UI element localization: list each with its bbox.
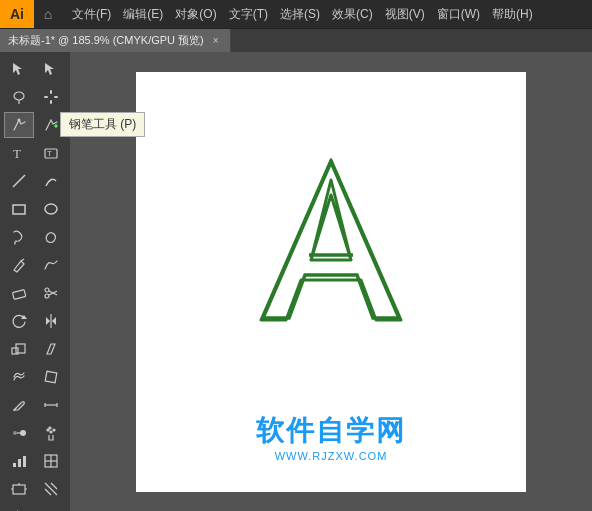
main-area: T T <box>0 52 592 511</box>
svg-text:T: T <box>13 146 21 161</box>
menu-help[interactable]: 帮助(H) <box>486 0 539 28</box>
other-graph-button[interactable] <box>36 448 66 474</box>
arc-tool-button[interactable] <box>36 168 66 194</box>
tool-row-type: T T <box>0 140 70 166</box>
toolbar: T T <box>0 52 70 511</box>
symbol-spray-button[interactable] <box>36 420 66 446</box>
shear-tool-button[interactable] <box>36 336 66 362</box>
tool-row-artboard <box>0 476 70 502</box>
scale-tool-button[interactable] <box>4 336 34 362</box>
ellipse-tool-button[interactable] <box>36 196 66 222</box>
letter-a-artwork <box>231 140 431 364</box>
svg-rect-5 <box>54 96 58 98</box>
zoom-tool-button[interactable] <box>36 504 66 511</box>
svg-line-47 <box>45 483 57 495</box>
svg-point-35 <box>53 429 55 431</box>
direct-select-tool-button[interactable] <box>36 56 66 82</box>
home-icon[interactable]: ⌂ <box>34 0 62 28</box>
smooth-tool-button[interactable] <box>36 252 66 278</box>
brush-tool-button[interactable] <box>4 224 34 250</box>
ai-logo: Ai <box>0 0 34 28</box>
tool-row-eraser <box>0 280 70 306</box>
menu-select[interactable]: 选择(S) <box>274 0 326 28</box>
add-anchor-tool-button[interactable] <box>36 112 66 138</box>
artboard-tool-button[interactable] <box>4 476 34 502</box>
svg-point-31 <box>20 430 26 436</box>
tool-row-warp <box>0 364 70 390</box>
svg-line-15 <box>21 259 24 261</box>
tool-row-blend <box>0 420 70 446</box>
svg-point-0 <box>14 92 24 100</box>
svg-point-36 <box>49 427 51 429</box>
watermark-sub-text: WWW.RJZXW.COM <box>256 450 406 462</box>
svg-line-12 <box>13 175 25 187</box>
svg-rect-16 <box>12 290 25 300</box>
tool-row-pen <box>0 112 70 138</box>
svg-point-6 <box>18 119 21 122</box>
svg-rect-4 <box>44 96 48 98</box>
svg-point-34 <box>50 431 52 433</box>
column-graph-tool-button[interactable] <box>4 448 34 474</box>
svg-point-30 <box>13 431 17 435</box>
menu-object[interactable]: 对象(O) <box>169 0 222 28</box>
document-tab[interactable]: 未标题-1* @ 185.9% (CMYK/GPU 预览) × <box>0 29 231 53</box>
eraser-tool-button[interactable] <box>4 280 34 306</box>
svg-rect-3 <box>50 100 52 104</box>
watermark: 软件自学网 WWW.RJZXW.COM <box>256 412 406 462</box>
svg-point-14 <box>45 204 57 214</box>
pen-tool-button[interactable] <box>4 112 34 138</box>
tool-row-brush <box>0 224 70 250</box>
hand-tool-button[interactable] <box>4 504 34 511</box>
type-tool-button[interactable]: T <box>4 140 34 166</box>
warp-tool-button[interactable] <box>4 364 34 390</box>
selection-tool-button[interactable] <box>4 56 34 82</box>
blend-tool-button[interactable] <box>4 420 34 446</box>
svg-line-48 <box>45 489 51 495</box>
tool-row-pencil <box>0 252 70 278</box>
area-type-tool-button[interactable]: T <box>36 140 66 166</box>
watermark-main-text: 软件自学网 <box>256 412 406 450</box>
eyedropper-tool-button[interactable] <box>4 392 34 418</box>
tool-row-graph <box>0 448 70 474</box>
menu-window[interactable]: 窗口(W) <box>431 0 486 28</box>
rect-tool-button[interactable] <box>4 196 34 222</box>
magic-wand-tool-button[interactable] <box>36 84 66 110</box>
svg-rect-37 <box>13 463 16 467</box>
menu-bar: 文件(F) 编辑(E) 对象(O) 文字(T) 选择(S) 效果(C) 视图(V… <box>62 0 592 28</box>
tool-row-hand <box>0 504 70 511</box>
menu-file[interactable]: 文件(F) <box>66 0 117 28</box>
svg-point-17 <box>45 288 49 292</box>
tool-row-line <box>0 168 70 194</box>
svg-point-33 <box>47 429 49 431</box>
rotate-tool-button[interactable] <box>4 308 34 334</box>
tool-row-select <box>0 56 70 82</box>
lasso-tool-button[interactable] <box>4 84 34 110</box>
tool-row-transform <box>0 308 70 334</box>
svg-rect-2 <box>50 90 52 94</box>
menu-edit[interactable]: 编辑(E) <box>117 0 169 28</box>
pencil-tool-button[interactable] <box>4 252 34 278</box>
menu-effect[interactable]: 效果(C) <box>326 0 379 28</box>
svg-text:T: T <box>47 149 52 158</box>
svg-rect-13 <box>13 205 25 214</box>
slice-tool-button[interactable] <box>36 476 66 502</box>
tab-label: 未标题-1* @ 185.9% (CMYK/GPU 预览) <box>8 33 204 48</box>
measure-tool-button[interactable] <box>36 392 66 418</box>
menu-text[interactable]: 文字(T) <box>223 0 274 28</box>
svg-point-18 <box>45 294 49 298</box>
document-canvas: 软件自学网 WWW.RJZXW.COM <box>136 72 526 492</box>
tool-row-scale <box>0 336 70 362</box>
free-transform-tool-button[interactable] <box>36 364 66 390</box>
scissors-tool-button[interactable] <box>36 280 66 306</box>
canvas-area[interactable]: 软件自学网 WWW.RJZXW.COM <box>70 52 592 511</box>
tool-row-shape <box>0 196 70 222</box>
svg-line-49 <box>51 483 57 489</box>
tab-close-button[interactable]: × <box>210 35 222 47</box>
menu-view[interactable]: 视图(V) <box>379 0 431 28</box>
reflect-tool-button[interactable] <box>36 308 66 334</box>
svg-rect-43 <box>13 485 25 494</box>
tab-bar: 未标题-1* @ 185.9% (CMYK/GPU 预览) × <box>0 28 592 52</box>
line-tool-button[interactable] <box>4 168 34 194</box>
svg-rect-38 <box>18 459 21 467</box>
blob-brush-tool-button[interactable] <box>36 224 66 250</box>
